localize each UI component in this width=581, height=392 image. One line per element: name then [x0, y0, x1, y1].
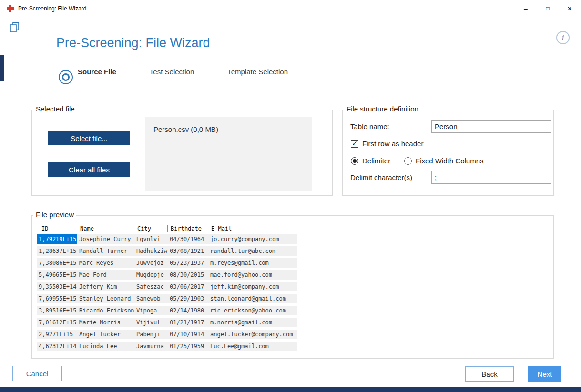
- table-cell[interactable]: 5,49665E+15: [37, 270, 77, 280]
- table-row[interactable]: 9,35503E+14Jeffery KimSafeszac03/06/2017…: [37, 282, 297, 291]
- table-cell[interactable]: 7,01612E+15: [37, 318, 77, 327]
- file-structure-group-label: File structure definition: [344, 105, 421, 113]
- table-row[interactable]: 1,28637E+15Randall TurnerHadhukziw03/08/…: [37, 246, 297, 256]
- table-cell[interactable]: 7,69955E+15: [37, 294, 77, 303]
- back-button[interactable]: Back: [465, 366, 514, 382]
- table-cell[interactable]: Marie Norris: [77, 318, 134, 327]
- table-cell[interactable]: 05/29/1903: [168, 294, 208, 303]
- fixed-width-columns-radio[interactable]: [404, 157, 412, 165]
- table-name-label: Table name:: [350, 122, 389, 131]
- table-cell[interactable]: Vipoga: [134, 306, 168, 315]
- table-name-input[interactable]: [431, 120, 551, 133]
- table-cell[interactable]: Javmurna: [134, 342, 168, 351]
- table-cell[interactable]: m.norris@gmail.com: [208, 318, 297, 327]
- table-row[interactable]: 3,89516E+15Ricardo EricksonVipoga02/14/1…: [37, 306, 297, 315]
- table-row[interactable]: 2,9271E+15Angel TuckerPabemji07/10/1914a…: [37, 330, 297, 339]
- table-cell[interactable]: 07/10/1914: [168, 330, 208, 339]
- selected-file-name[interactable]: Person.csv (0,0 MB): [153, 125, 218, 133]
- selected-file-group-label: Selected file: [33, 105, 77, 113]
- app-logo-cross-icon: [7, 5, 14, 12]
- table-cell[interactable]: Ricardo Erickson: [77, 306, 134, 315]
- first-row-header-label[interactable]: First row as header: [362, 140, 423, 148]
- table-row[interactable]: 7,38086E+15Marc ReyesJuwvojoz05/23/1937m…: [37, 258, 297, 268]
- table-cell[interactable]: Jeffery Kim: [77, 282, 134, 291]
- delimit-character-label: Delimit character(s): [350, 173, 412, 181]
- wizard-steps: Source File Test Selection Template Sele…: [56, 68, 288, 84]
- table-cell[interactable]: Lucinda Lee: [77, 342, 134, 351]
- minimize-button[interactable]: –: [515, 0, 537, 16]
- step-source-file[interactable]: Source File: [78, 68, 116, 76]
- table-cell[interactable]: Vijivul: [134, 318, 168, 327]
- fixed-width-columns-label[interactable]: Fixed Width Columns: [416, 157, 484, 165]
- table-cell[interactable]: Mae Ford: [77, 270, 134, 280]
- table-cell[interactable]: Sanewob: [134, 294, 168, 303]
- table-row[interactable]: 4,62312E+14Lucinda LeeJavmurna01/25/1959…: [37, 342, 297, 351]
- next-button[interactable]: Next: [528, 366, 561, 382]
- clear-all-files-button[interactable]: Clear all files: [48, 162, 130, 177]
- table-cell[interactable]: 01/25/1959: [168, 342, 208, 351]
- table-cell[interactable]: 02/14/1980: [168, 306, 208, 315]
- info-icon[interactable]: i: [556, 31, 570, 44]
- table-cell[interactable]: jo.curry@company.com: [208, 234, 297, 244]
- column-header-birthdate[interactable]: Birthdate: [168, 223, 208, 234]
- table-cell[interactable]: 4,62312E+14: [37, 342, 77, 351]
- step-test-selection[interactable]: Test Selection: [150, 68, 194, 76]
- table-cell[interactable]: Luc.Lee@gmail.com: [208, 342, 297, 351]
- table-cell[interactable]: Safeszac: [134, 282, 168, 291]
- column-header-city[interactable]: City: [134, 223, 168, 234]
- table-row[interactable]: 7,69955E+15Stanley LeonardSanewob05/29/1…: [37, 294, 297, 303]
- file-structure-group: File structure definition Table name: ✓ …: [342, 110, 554, 196]
- step-template-selection[interactable]: Template Selection: [227, 68, 288, 76]
- delimit-character-input[interactable]: [431, 171, 551, 184]
- table-row[interactable]: 1,79219E+15Josephine CurryEgvolvi04/30/1…: [37, 234, 297, 244]
- table-cell[interactable]: 05/23/1937: [168, 258, 208, 268]
- table-cell[interactable]: 9,35503E+14: [37, 282, 77, 291]
- table-cell[interactable]: Juwvojoz: [134, 258, 168, 268]
- table-cell[interactable]: Josephine Curry: [77, 234, 134, 244]
- select-file-button[interactable]: Select file...: [48, 131, 130, 145]
- selected-files-panel: Person.csv (0,0 MB): [145, 117, 312, 191]
- table-cell[interactable]: 03/06/2017: [168, 282, 208, 291]
- table-cell[interactable]: ric.erickson@yahoo.com: [208, 306, 297, 315]
- table-cell[interactable]: 2,9271E+15: [37, 330, 77, 339]
- table-cell[interactable]: m.reyes@gmail.com: [208, 258, 297, 268]
- cancel-button[interactable]: Cancel: [12, 366, 62, 381]
- table-cell[interactable]: Mugdopje: [134, 270, 168, 280]
- table-cell[interactable]: randall.tur@abc.com: [208, 246, 297, 256]
- table-cell[interactable]: Pabemji: [134, 330, 168, 339]
- table-row[interactable]: 5,49665E+15Mae FordMugdopje08/30/2015mae…: [37, 270, 297, 280]
- table-cell[interactable]: 08/30/2015: [168, 270, 208, 280]
- table-header-row: IDNameCityBirthdateE-Mail: [37, 223, 297, 234]
- table-cell[interactable]: 7,38086E+15: [37, 258, 77, 268]
- table-cell[interactable]: 01/21/1917: [168, 318, 208, 327]
- delimiter-radio-label[interactable]: Delimiter: [362, 157, 390, 165]
- table-cell[interactable]: angel.tucker@company.com: [208, 330, 297, 339]
- column-header-email[interactable]: E-Mail: [208, 223, 297, 234]
- maximize-button[interactable]: □: [537, 0, 559, 16]
- column-header-id[interactable]: ID: [37, 223, 77, 234]
- wizard-window: Pre-Screening: File Wizard – □ ✕ Pre-Scr…: [0, 0, 581, 392]
- table-row[interactable]: 7,01612E+15Marie NorrisVijivul01/21/1917…: [37, 318, 297, 327]
- first-row-header-checkbox[interactable]: ✓: [351, 140, 358, 148]
- table-cell[interactable]: Angel Tucker: [77, 330, 134, 339]
- table-cell[interactable]: Randall Turner: [77, 246, 134, 256]
- table-cell[interactable]: mae.ford@yahoo.com: [208, 270, 297, 280]
- file-preview-group: File preview IDNameCityBirthdateE-Mail1,…: [31, 215, 554, 359]
- table-cell[interactable]: 3,89516E+15: [37, 306, 77, 315]
- table-cell[interactable]: 1,28637E+15: [37, 246, 77, 256]
- left-accent-strip: [0, 55, 4, 81]
- delimiter-radio[interactable]: [351, 157, 358, 165]
- table-cell[interactable]: stan.leonard@gmail.com: [208, 294, 297, 303]
- table-cell[interactable]: Marc Reyes: [77, 258, 134, 268]
- close-button[interactable]: ✕: [559, 0, 581, 16]
- table-cell[interactable]: Stanley Leonard: [77, 294, 134, 303]
- window-controls: – □ ✕: [515, 0, 581, 16]
- table-cell[interactable]: Egvolvi: [134, 234, 168, 244]
- file-preview-table: IDNameCityBirthdateE-Mail1,79219E+15Jose…: [37, 223, 297, 353]
- table-cell[interactable]: Hadhukziw: [134, 246, 168, 256]
- table-cell[interactable]: jeff.kim@company.com: [208, 282, 297, 291]
- column-header-name[interactable]: Name: [77, 223, 134, 234]
- table-cell[interactable]: 03/08/1921: [168, 246, 208, 256]
- table-cell[interactable]: 04/30/1964: [168, 234, 208, 244]
- table-cell[interactable]: 1,79219E+15: [37, 234, 77, 244]
